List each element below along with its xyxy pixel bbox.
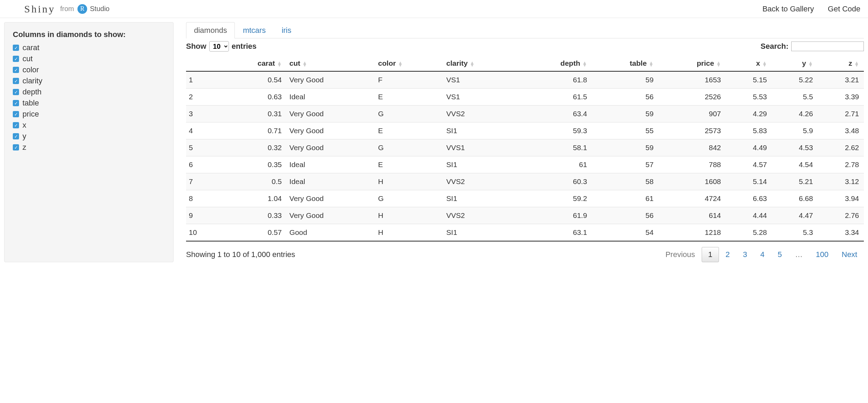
checkbox-label: depth [22, 88, 41, 97]
pager-page-3[interactable]: 3 [736, 247, 754, 262]
checkbox-label: y [22, 132, 26, 141]
cell-color: H [375, 173, 443, 190]
cell-cut: Very Good [287, 139, 376, 156]
table-row: 90.33Very GoodHVVS261.9566144.444.472.76 [186, 207, 864, 224]
length-select[interactable]: 10 [209, 41, 229, 52]
table-row: 20.63IdealEVS161.55625265.535.53.39 [186, 89, 864, 106]
cell-x: 4.44 [726, 207, 772, 224]
pager-page-1[interactable]: 1 [702, 247, 719, 262]
cell-table: 61 [592, 190, 658, 207]
cell-_row: 9 [186, 207, 219, 224]
sort-icon: ▲▼ [398, 62, 403, 66]
cell-z: 2.62 [818, 139, 864, 156]
length-control: Show 10 entries [186, 41, 257, 52]
check-icon: ✓ [13, 122, 19, 128]
table-row: 40.71Very GoodESI159.35525735.835.93.48 [186, 122, 864, 139]
pager-page-2[interactable]: 2 [719, 247, 736, 262]
cell-y: 4.26 [772, 106, 818, 122]
checkbox-color[interactable]: ✓color [13, 65, 165, 74]
col-header-_row[interactable] [186, 56, 219, 71]
cell-_row: 6 [186, 156, 219, 173]
sidebar-title: Columns in diamonds to show: [13, 30, 165, 39]
cell-table: 56 [592, 207, 658, 224]
cell-z: 3.48 [818, 122, 864, 139]
checkbox-label: clarity [22, 76, 42, 85]
length-show-label: Show [186, 42, 206, 51]
col-header-cut[interactable]: cut▲▼ [287, 56, 376, 71]
col-header-price[interactable]: price▲▼ [658, 56, 726, 71]
length-entries-label: entries [232, 42, 257, 51]
col-header-y[interactable]: y▲▼ [772, 56, 818, 71]
cell-cut: Ideal [287, 89, 376, 106]
cell-price: 842 [658, 139, 726, 156]
cell-color: G [375, 106, 443, 122]
checkbox-price[interactable]: ✓price [13, 110, 165, 119]
cell-color: E [375, 89, 443, 106]
cell-x: 6.63 [726, 190, 772, 207]
cell-z: 2.78 [818, 156, 864, 173]
sort-icon: ▲▼ [277, 62, 282, 66]
cell-_row: 4 [186, 122, 219, 139]
pager-next[interactable]: Next [835, 247, 864, 262]
search-label: Search: [760, 42, 788, 51]
cell-carat: 0.32 [219, 139, 287, 156]
cell-carat: 1.04 [219, 190, 287, 207]
checkbox-table[interactable]: ✓table [13, 99, 165, 108]
checkbox-depth[interactable]: ✓depth [13, 88, 165, 97]
check-icon: ✓ [13, 56, 19, 62]
cell-x: 4.57 [726, 156, 772, 173]
col-header-clarity[interactable]: clarity▲▼ [444, 56, 520, 71]
cell-cut: Very Good [287, 71, 376, 89]
data-table: carat▲▼cut▲▼color▲▼clarity▲▼depth▲▼table… [186, 56, 864, 241]
tab-diamonds[interactable]: diamonds [186, 22, 235, 38]
pager-page-4[interactable]: 4 [754, 247, 771, 262]
cell-depth: 58.1 [519, 139, 592, 156]
cell-x: 4.49 [726, 139, 772, 156]
cell-cut: Very Good [287, 122, 376, 139]
cell-carat: 0.71 [219, 122, 287, 139]
pager-previous[interactable]: Previous [659, 247, 702, 262]
cell-clarity: VVS2 [444, 173, 520, 190]
pager-page-100[interactable]: 100 [809, 247, 835, 262]
col-header-carat[interactable]: carat▲▼ [219, 56, 287, 71]
cell-table: 59 [592, 106, 658, 122]
col-header-z[interactable]: z▲▼ [818, 56, 864, 71]
sort-icon: ▲▼ [854, 62, 859, 66]
checkbox-carat[interactable]: ✓carat [13, 43, 165, 52]
col-header-table[interactable]: table▲▼ [592, 56, 658, 71]
cell-price: 2573 [658, 122, 726, 139]
cell-x: 4.29 [726, 106, 772, 122]
pager-page-5[interactable]: 5 [771, 247, 788, 262]
tab-iris[interactable]: iris [274, 22, 299, 38]
cell-y: 4.47 [772, 207, 818, 224]
checkbox-cut[interactable]: ✓cut [13, 54, 165, 63]
checkbox-z[interactable]: ✓z [13, 143, 165, 152]
cell-cut: Very Good [287, 106, 376, 122]
checkbox-clarity[interactable]: ✓clarity [13, 76, 165, 85]
cell-depth: 61.8 [519, 71, 592, 89]
col-header-color[interactable]: color▲▼ [375, 56, 443, 71]
cell-z: 2.71 [818, 106, 864, 122]
cell-table: 58 [592, 173, 658, 190]
cell-y: 6.68 [772, 190, 818, 207]
cell-carat: 0.63 [219, 89, 287, 106]
col-header-x[interactable]: x▲▼ [726, 56, 772, 71]
col-header-depth[interactable]: depth▲▼ [519, 56, 592, 71]
cell-x: 5.14 [726, 173, 772, 190]
check-icon: ✓ [13, 133, 19, 139]
tab-mtcars[interactable]: mtcars [235, 22, 274, 38]
cell-price: 1218 [658, 224, 726, 241]
cell-clarity: SI1 [444, 156, 520, 173]
back-to-gallery-link[interactable]: Back to Gallery [763, 4, 814, 13]
pager-page-…[interactable]: … [788, 247, 809, 262]
get-code-link[interactable]: Get Code [828, 4, 860, 13]
cell-z: 3.39 [818, 89, 864, 106]
checkbox-x[interactable]: ✓x [13, 121, 165, 130]
search-input[interactable] [791, 42, 864, 51]
checkbox-y[interactable]: ✓y [13, 132, 165, 141]
cell-carat: 0.5 [219, 173, 287, 190]
cell-_row: 10 [186, 224, 219, 241]
cell-color: F [375, 71, 443, 89]
cell-clarity: VS1 [444, 89, 520, 106]
cell-color: H [375, 224, 443, 241]
